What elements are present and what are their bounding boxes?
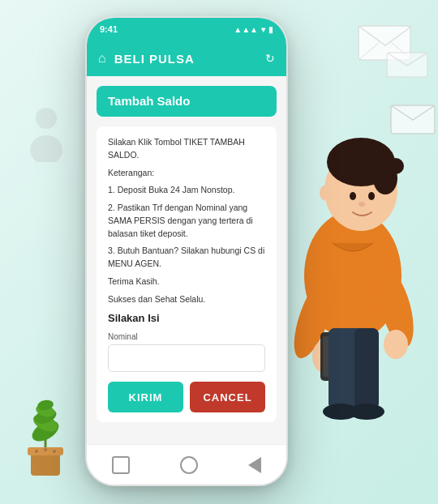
svg-point-14 (44, 448, 47, 451)
battery-icon: ▮ (268, 25, 273, 34)
svg-rect-33 (354, 328, 379, 409)
bottom-nav (87, 444, 286, 485)
tambah-saldo-title: Tambah Saldo (108, 94, 190, 108)
status-bar: 9:41 ▲▲▲ ▾ ▮ (87, 18, 286, 41)
svg-point-21 (320, 185, 333, 201)
plant-decoration (8, 374, 81, 480)
nominal-input[interactable] (108, 344, 265, 372)
svg-point-23 (368, 192, 375, 200)
buttons-row: KIRIM CANCEL (108, 382, 265, 412)
cancel-button[interactable]: CANCEL (190, 382, 265, 412)
svg-point-24 (359, 202, 365, 207)
content-area: Tambah Saldo Silakan Klik Tombol TIKET T… (87, 76, 286, 444)
status-icons: ▲▲▲ ▾ ▮ (234, 25, 273, 34)
svg-point-20 (388, 158, 404, 174)
person-silhouette (24, 105, 69, 162)
svg-point-4 (30, 135, 62, 162)
nav-home-button[interactable] (180, 456, 198, 474)
svg-rect-32 (328, 328, 353, 409)
wifi-icon: ▾ (261, 25, 265, 34)
refresh-icon[interactable]: ↻ (265, 52, 275, 65)
nominal-label: Nominal (108, 332, 265, 341)
phone-device: 9:41 ▲▲▲ ▾ ▮ ⌂ BELI PULSA ↻ Tambah Saldo… (85, 16, 288, 486)
app-header: ⌂ BELI PULSA ↻ (87, 41, 286, 76)
svg-point-15 (53, 450, 56, 453)
page-title: BELI PULSA (114, 52, 257, 66)
info-line4: 3. Butuh Bantuan? Silakan hubungi CS di … (108, 245, 265, 271)
info-line3: 2. Pastikan Trf dengan Nominal yang SAMA… (108, 202, 265, 240)
time-display: 9:41 (100, 24, 118, 34)
signal-icon: ▲▲▲ (234, 25, 258, 34)
nav-back-button[interactable] (248, 457, 261, 473)
nav-square-button[interactable] (112, 456, 130, 474)
info-line5: Terima Kasih. (108, 275, 265, 288)
info-card: Silakan Klik Tombol TIKET TAMBAH SALDO. … (97, 126, 277, 422)
home-icon[interactable]: ⌂ (98, 51, 106, 66)
info-line1: Silakan Klik Tombol TIKET TAMBAH SALDO. (108, 136, 265, 162)
info-line2-label: Keterangan: (108, 167, 265, 180)
tambah-saldo-card: Tambah Saldo (97, 86, 277, 117)
kirim-button[interactable]: KIRIM (108, 382, 183, 412)
person-illustration (276, 65, 430, 421)
info-line6: Sukses dan Sehat Selalu. (108, 293, 265, 306)
svg-point-22 (350, 192, 356, 200)
svg-point-35 (349, 404, 384, 420)
silakan-isi-label: Silakan Isi (108, 312, 265, 324)
svg-point-3 (36, 108, 57, 129)
svg-point-30 (384, 330, 408, 359)
svg-point-13 (35, 450, 38, 453)
info-line2: 1. Deposit Buka 24 Jam Nonstop. (108, 184, 265, 197)
